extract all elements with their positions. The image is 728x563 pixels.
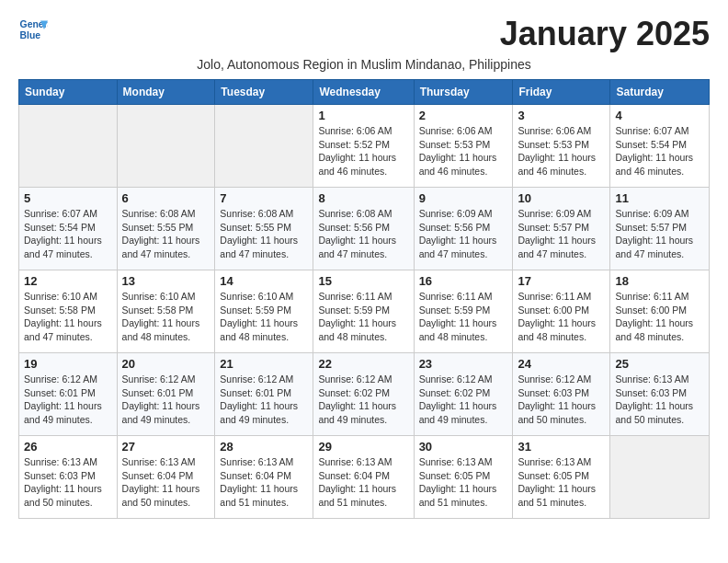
day-number: 6 xyxy=(122,191,210,205)
calendar-table: SundayMondayTuesdayWednesdayThursdayFrid… xyxy=(18,79,710,519)
day-info: Sunrise: 6:08 AMSunset: 5:55 PMDaylight:… xyxy=(220,207,308,261)
day-info: Sunrise: 6:12 AMSunset: 6:01 PMDaylight:… xyxy=(220,373,308,427)
weekday-header-thursday: Thursday xyxy=(414,80,513,105)
day-number: 18 xyxy=(615,274,704,288)
day-number: 13 xyxy=(122,274,210,288)
calendar-cell: 18Sunrise: 6:11 AMSunset: 6:00 PMDayligh… xyxy=(610,270,710,353)
calendar-cell: 3Sunrise: 6:06 AMSunset: 5:53 PMDaylight… xyxy=(513,105,610,188)
day-number: 8 xyxy=(318,191,408,205)
calendar-cell xyxy=(117,105,215,188)
calendar-cell: 24Sunrise: 6:12 AMSunset: 6:03 PMDayligh… xyxy=(513,353,610,436)
day-number: 28 xyxy=(220,440,308,454)
month-title: January 2025 xyxy=(500,15,710,53)
logo: General Blue xyxy=(18,15,48,44)
calendar-cell: 6Sunrise: 6:08 AMSunset: 5:55 PMDaylight… xyxy=(117,188,215,270)
day-info: Sunrise: 6:08 AMSunset: 5:56 PMDaylight:… xyxy=(318,207,408,261)
day-number: 7 xyxy=(220,191,308,205)
day-info: Sunrise: 6:07 AMSunset: 5:54 PMDaylight:… xyxy=(615,124,704,178)
calendar-cell: 8Sunrise: 6:08 AMSunset: 5:56 PMDaylight… xyxy=(313,188,414,270)
day-number: 10 xyxy=(518,191,605,205)
calendar-cell: 23Sunrise: 6:12 AMSunset: 6:02 PMDayligh… xyxy=(414,353,513,436)
day-number: 22 xyxy=(318,357,408,371)
day-info: Sunrise: 6:09 AMSunset: 5:56 PMDaylight:… xyxy=(419,207,508,261)
day-info: Sunrise: 6:11 AMSunset: 5:59 PMDaylight:… xyxy=(318,290,408,344)
calendar-cell: 13Sunrise: 6:10 AMSunset: 5:58 PMDayligh… xyxy=(117,270,215,353)
calendar-subtitle: Jolo, Autonomous Region in Muslim Mindan… xyxy=(18,57,710,72)
calendar-cell: 21Sunrise: 6:12 AMSunset: 6:01 PMDayligh… xyxy=(215,353,313,436)
day-info: Sunrise: 6:13 AMSunset: 6:05 PMDaylight:… xyxy=(518,455,605,510)
day-info: Sunrise: 6:11 AMSunset: 6:00 PMDaylight:… xyxy=(615,290,704,344)
day-info: Sunrise: 6:06 AMSunset: 5:53 PMDaylight:… xyxy=(518,124,605,178)
calendar-week-4: 19Sunrise: 6:12 AMSunset: 6:01 PMDayligh… xyxy=(19,353,710,436)
day-info: Sunrise: 6:12 AMSunset: 6:01 PMDaylight:… xyxy=(24,373,112,427)
day-info: Sunrise: 6:10 AMSunset: 5:58 PMDaylight:… xyxy=(122,290,210,344)
day-info: Sunrise: 6:07 AMSunset: 5:54 PMDaylight:… xyxy=(24,207,112,261)
weekday-header-tuesday: Tuesday xyxy=(215,80,313,105)
calendar-cell: 20Sunrise: 6:12 AMSunset: 6:01 PMDayligh… xyxy=(117,353,215,436)
day-number: 30 xyxy=(419,440,508,454)
day-number: 2 xyxy=(419,109,508,122)
svg-text:Blue: Blue xyxy=(20,30,41,40)
day-number: 11 xyxy=(615,191,704,205)
calendar-cell: 14Sunrise: 6:10 AMSunset: 5:59 PMDayligh… xyxy=(215,270,313,353)
day-info: Sunrise: 6:13 AMSunset: 6:04 PMDaylight:… xyxy=(220,455,308,510)
calendar-cell: 31Sunrise: 6:13 AMSunset: 6:05 PMDayligh… xyxy=(513,436,610,519)
day-number: 29 xyxy=(318,440,408,454)
calendar-cell: 12Sunrise: 6:10 AMSunset: 5:58 PMDayligh… xyxy=(19,270,118,353)
calendar-cell: 7Sunrise: 6:08 AMSunset: 5:55 PMDaylight… xyxy=(215,188,313,270)
day-number: 20 xyxy=(122,357,210,371)
day-number: 3 xyxy=(518,109,605,122)
calendar-cell: 26Sunrise: 6:13 AMSunset: 6:03 PMDayligh… xyxy=(19,436,118,519)
day-number: 1 xyxy=(318,109,408,122)
calendar-cell: 28Sunrise: 6:13 AMSunset: 6:04 PMDayligh… xyxy=(215,436,313,519)
calendar-cell xyxy=(19,105,118,188)
calendar-cell: 11Sunrise: 6:09 AMSunset: 5:57 PMDayligh… xyxy=(610,188,710,270)
calendar-cell: 10Sunrise: 6:09 AMSunset: 5:57 PMDayligh… xyxy=(513,188,610,270)
day-number: 27 xyxy=(122,440,210,454)
day-info: Sunrise: 6:10 AMSunset: 5:58 PMDaylight:… xyxy=(24,290,112,344)
calendar-cell: 25Sunrise: 6:13 AMSunset: 6:03 PMDayligh… xyxy=(610,353,710,436)
day-number: 17 xyxy=(518,274,605,288)
calendar-cell: 19Sunrise: 6:12 AMSunset: 6:01 PMDayligh… xyxy=(19,353,118,436)
calendar-cell: 9Sunrise: 6:09 AMSunset: 5:56 PMDaylight… xyxy=(414,188,513,270)
day-info: Sunrise: 6:13 AMSunset: 6:03 PMDaylight:… xyxy=(615,373,704,427)
day-info: Sunrise: 6:12 AMSunset: 6:01 PMDaylight:… xyxy=(122,373,210,427)
calendar-cell: 17Sunrise: 6:11 AMSunset: 6:00 PMDayligh… xyxy=(513,270,610,353)
day-number: 4 xyxy=(615,109,704,122)
day-number: 9 xyxy=(419,191,508,205)
calendar-cell xyxy=(215,105,313,188)
day-info: Sunrise: 6:08 AMSunset: 5:55 PMDaylight:… xyxy=(122,207,210,261)
day-number: 12 xyxy=(24,274,112,288)
day-number: 24 xyxy=(518,357,605,371)
day-info: Sunrise: 6:11 AMSunset: 5:59 PMDaylight:… xyxy=(419,290,508,344)
day-number: 5 xyxy=(24,191,112,205)
calendar-week-2: 5Sunrise: 6:07 AMSunset: 5:54 PMDaylight… xyxy=(19,188,710,270)
day-info: Sunrise: 6:12 AMSunset: 6:02 PMDaylight:… xyxy=(419,373,508,427)
day-info: Sunrise: 6:10 AMSunset: 5:59 PMDaylight:… xyxy=(220,290,308,344)
day-number: 31 xyxy=(518,440,605,454)
day-info: Sunrise: 6:12 AMSunset: 6:02 PMDaylight:… xyxy=(318,373,408,427)
weekday-header-sunday: Sunday xyxy=(19,80,118,105)
day-info: Sunrise: 6:13 AMSunset: 6:04 PMDaylight:… xyxy=(122,455,210,510)
calendar-week-1: 1Sunrise: 6:06 AMSunset: 5:52 PMDaylight… xyxy=(19,105,710,188)
page-header: General Blue January 2025 xyxy=(18,15,710,53)
weekday-header-monday: Monday xyxy=(117,80,215,105)
calendar-cell: 1Sunrise: 6:06 AMSunset: 5:52 PMDaylight… xyxy=(313,105,414,188)
calendar-cell: 27Sunrise: 6:13 AMSunset: 6:04 PMDayligh… xyxy=(117,436,215,519)
calendar-cell: 5Sunrise: 6:07 AMSunset: 5:54 PMDaylight… xyxy=(19,188,118,270)
day-number: 21 xyxy=(220,357,308,371)
day-number: 15 xyxy=(318,274,408,288)
day-number: 26 xyxy=(24,440,112,454)
calendar-cell: 2Sunrise: 6:06 AMSunset: 5:53 PMDaylight… xyxy=(414,105,513,188)
day-number: 14 xyxy=(220,274,308,288)
day-number: 16 xyxy=(419,274,508,288)
calendar-cell: 4Sunrise: 6:07 AMSunset: 5:54 PMDaylight… xyxy=(610,105,710,188)
calendar-cell: 30Sunrise: 6:13 AMSunset: 6:05 PMDayligh… xyxy=(414,436,513,519)
calendar-cell: 29Sunrise: 6:13 AMSunset: 6:04 PMDayligh… xyxy=(313,436,414,519)
day-info: Sunrise: 6:06 AMSunset: 5:52 PMDaylight:… xyxy=(318,124,408,178)
day-info: Sunrise: 6:13 AMSunset: 6:04 PMDaylight:… xyxy=(318,455,408,510)
day-info: Sunrise: 6:13 AMSunset: 6:03 PMDaylight:… xyxy=(24,455,112,510)
weekday-header-saturday: Saturday xyxy=(610,80,710,105)
day-number: 25 xyxy=(615,357,704,371)
day-info: Sunrise: 6:09 AMSunset: 5:57 PMDaylight:… xyxy=(518,207,605,261)
